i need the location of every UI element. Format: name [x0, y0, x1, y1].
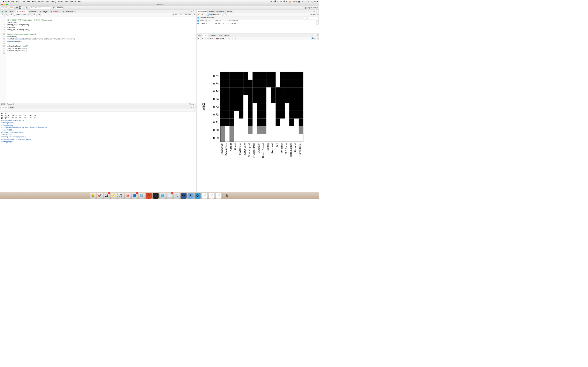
- scope-indicator[interactable]: (Top Level) ▾: [7, 103, 15, 105]
- tab-packages[interactable]: Packages: [208, 34, 217, 37]
- dock-doc3[interactable]: 📄: [216, 193, 221, 199]
- publish-button[interactable]: 🔵▾: [311, 37, 314, 40]
- minimize-pane-button[interactable]: ▭: [313, 10, 316, 12]
- addins-menu[interactable]: Addins ▾: [56, 6, 64, 9]
- export-button[interactable]: 📤 Export ▾: [216, 38, 224, 40]
- clear-console-button[interactable]: 🧹: [194, 109, 195, 111]
- menu-edit[interactable]: Edit: [16, 0, 19, 2]
- maximize-pane-button[interactable]: ▢: [316, 10, 319, 12]
- menu-debug[interactable]: Debug: [51, 0, 56, 2]
- menu-help[interactable]: Help: [78, 0, 82, 2]
- minimize-pane-button[interactable]: ▭: [313, 34, 316, 36]
- control-center-icon[interactable]: ☰: [317, 0, 318, 2]
- env-variable-row[interactable]: ▶ tradein 36 obs. of 3 variables: [197, 22, 319, 25]
- save-workspace-button[interactable]: 💾: [201, 13, 204, 16]
- source-tab[interactable]: sample×: [28, 10, 38, 13]
- menu-plots[interactable]: Plots: [32, 0, 36, 2]
- battery-status[interactable]: 24% 🔌: [292, 0, 297, 2]
- load-workspace-button[interactable]: 📂: [197, 13, 200, 16]
- dock-powerpoint[interactable]: P: [146, 193, 152, 199]
- tab-plots[interactable]: Plots: [203, 34, 208, 37]
- status-icon[interactable]: ◎: [277, 0, 279, 2]
- source-tab[interactable]: Untitled5*×: [16, 10, 27, 13]
- status-icon[interactable]: ⌨: [280, 0, 282, 2]
- console-tab[interactable]: Console: [0, 106, 8, 109]
- close-icon[interactable]: ×: [14, 11, 14, 13]
- dock-music[interactable]: 🎵: [118, 193, 124, 199]
- status-icon[interactable]: ✱: [286, 0, 287, 2]
- save-all-button[interactable]: 💾💾: [19, 6, 22, 9]
- env-search-input[interactable]: [304, 17, 319, 19]
- minimize-pane-button[interactable]: ▭: [191, 10, 193, 12]
- wand-button[interactable]: 🪄▾: [32, 13, 35, 16]
- clear-plots-button[interactable]: 🧹: [233, 37, 236, 40]
- dock-doc1[interactable]: 📄: [201, 193, 208, 199]
- tab-files[interactable]: Files: [197, 34, 203, 37]
- dock-safari[interactable]: 🧭: [111, 193, 117, 199]
- refresh-button[interactable]: ↻: [316, 13, 319, 16]
- import-dataset-button[interactable]: 📊 Import Dataset ▾: [207, 14, 221, 16]
- dock-calendar[interactable]: 212: [104, 193, 110, 199]
- next-plot-button[interactable]: ➡: [201, 37, 204, 40]
- close-icon[interactable]: ×: [47, 11, 48, 13]
- view-data-icon[interactable]: [317, 23, 319, 25]
- dock-github[interactable]: 🐙: [125, 193, 131, 199]
- new-project-button[interactable]: ➕: [5, 6, 8, 9]
- env-scope-selector[interactable]: 🌐 Global Environment ▾: [197, 17, 214, 19]
- tab-viewer[interactable]: Viewer: [223, 34, 230, 37]
- tab-tutorial[interactable]: Tutorial: [226, 10, 233, 13]
- dock-trash[interactable]: 🗑: [224, 193, 229, 199]
- menu-view[interactable]: View: [27, 0, 30, 2]
- source-tab[interactable]: Ch6-1-Lab.R×: [62, 10, 76, 13]
- notebook-button[interactable]: 📓: [38, 13, 41, 16]
- jobs-tab[interactable]: Jobs×: [9, 106, 15, 109]
- zoom-button[interactable]: 🔍 Zoom: [207, 38, 213, 40]
- close-window-button[interactable]: [1, 4, 3, 5]
- dock-word[interactable]: W: [181, 193, 187, 199]
- menu-build[interactable]: Build: [45, 0, 49, 2]
- dock-mail[interactable]: ✉️8: [166, 193, 173, 199]
- print-button[interactable]: 🖨: [25, 6, 27, 9]
- run-button[interactable]: ▶Run: [172, 14, 178, 16]
- code-editor[interactable]: 3456789101112131415161718 #划分前600个样本为tra…: [0, 17, 196, 103]
- menu-session[interactable]: Session: [38, 0, 44, 2]
- menu-file[interactable]: File: [11, 0, 14, 2]
- minimize-pane-button[interactable]: ▭: [191, 106, 193, 108]
- expand-icon[interactable]: ▶: [197, 23, 199, 25]
- source-button[interactable]: ▶Source ▾: [183, 14, 192, 16]
- menu-tools[interactable]: Tools: [65, 0, 68, 2]
- dock-terminal[interactable]: ▪️: [153, 193, 158, 199]
- close-icon[interactable]: ×: [74, 11, 75, 13]
- maximize-pane-button[interactable]: ▢: [316, 34, 319, 36]
- maximize-pane-button[interactable]: ▢: [193, 106, 196, 108]
- source-tab[interactable]: Ch10-1-Lab.R×: [0, 10, 15, 13]
- maximize-window-button[interactable]: [6, 4, 8, 5]
- status-icon[interactable]: ⬛: [298, 0, 300, 2]
- close-icon[interactable]: ×: [60, 11, 60, 13]
- dock-launchpad[interactable]: 🚀: [97, 193, 103, 199]
- save-button[interactable]: 💾: [10, 13, 13, 16]
- console-output[interactable]: 15 ( 1 ) "*" "*" " " "*" "*" "*" "*"16 (…: [0, 111, 196, 192]
- ime-status[interactable]: 83字: [273, 0, 276, 2]
- language-indicator[interactable]: R Script ▾: [189, 103, 195, 105]
- wifi-icon[interactable]: 📶: [289, 0, 291, 2]
- view-mode-toggle[interactable]: ☰ List ▾: [310, 14, 315, 16]
- close-icon[interactable]: ×: [26, 11, 26, 13]
- spotlight-icon[interactable]: 🔍: [311, 0, 313, 2]
- dock-finder[interactable]: 😀: [90, 193, 96, 199]
- expand-icon[interactable]: ▶: [197, 20, 199, 22]
- close-icon[interactable]: ×: [13, 106, 14, 108]
- dock-settings[interactable]: ⚙️: [139, 193, 145, 199]
- project-menu[interactable]: Project: (None) ▾: [305, 7, 318, 9]
- source-tab[interactable]: College×: [39, 10, 49, 13]
- app-name[interactable]: RStudio: [3, 0, 9, 2]
- tab-environment[interactable]: Environment: [197, 10, 208, 13]
- clock[interactable]: Thu 1:52 pm: [301, 0, 310, 2]
- dock-quicktime[interactable]: Q: [195, 193, 200, 199]
- maximize-pane-button[interactable]: ▢: [193, 10, 196, 12]
- source-on-save-checkbox[interactable]: Source on Save: [14, 14, 26, 16]
- clear-env-button[interactable]: 🧹: [224, 13, 227, 16]
- forward-button[interactable]: ➡: [5, 13, 8, 16]
- outline-button[interactable]: ☰: [193, 13, 196, 16]
- minimize-window-button[interactable]: [4, 4, 5, 5]
